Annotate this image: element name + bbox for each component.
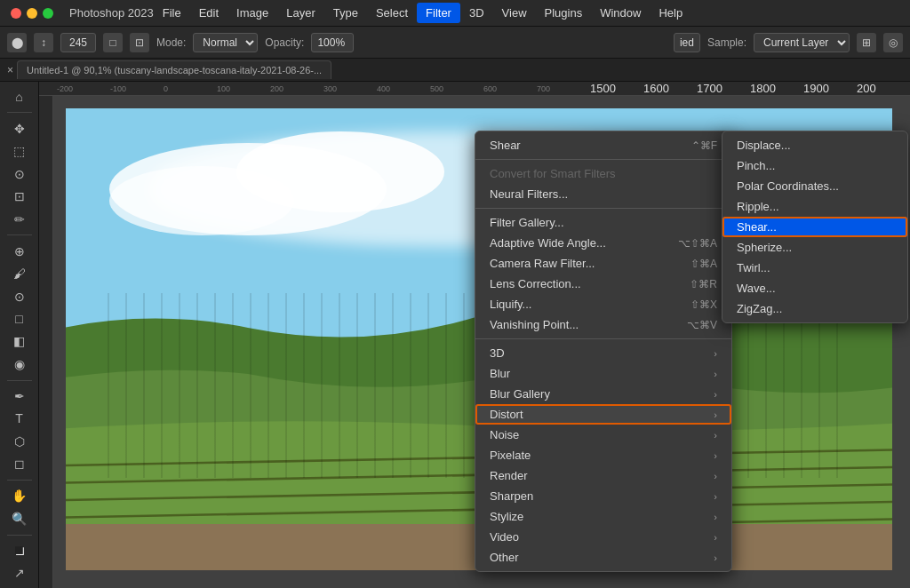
mode-select[interactable]: Normal: [193, 33, 258, 52]
distort-displace[interactable]: Displace...: [722, 135, 907, 155]
menu-layer[interactable]: Layer: [277, 3, 324, 23]
filter-blur-label: Blur: [490, 367, 510, 380]
distort-zigzag[interactable]: ZigZag...: [722, 298, 907, 319]
distort-polar[interactable]: Polar Coordinates...: [722, 176, 907, 196]
toolbar-divider-1: [7, 112, 32, 113]
distort-spherize[interactable]: Spherize...: [722, 237, 907, 258]
menu-type[interactable]: Type: [324, 3, 367, 23]
tool-move[interactable]: ✥: [5, 119, 34, 138]
filter-liquify[interactable]: Liquify... ⇧⌘X: [475, 294, 731, 314]
menu-select[interactable]: Select: [367, 3, 417, 23]
tool-extra[interactable]: ↗: [5, 564, 34, 583]
filter-pixelate[interactable]: Pixelate ›: [475, 445, 731, 465]
menu-window[interactable]: Window: [591, 3, 650, 23]
menu-file[interactable]: File: [154, 3, 190, 23]
menu-edit[interactable]: Edit: [190, 3, 228, 23]
menu-image[interactable]: Image: [228, 3, 277, 23]
filter-vanishing[interactable]: Vanishing Point... ⌥⌘V: [475, 314, 731, 335]
menu-help[interactable]: Help: [650, 3, 691, 23]
tick-r-1: 1600: [643, 82, 697, 95]
sample-icon-2: ◎: [883, 33, 903, 52]
tool-clone[interactable]: ⊙: [5, 287, 34, 306]
filter-lens-shortcut: ⇧⌘R: [690, 278, 717, 290]
toolbar-divider-3: [7, 380, 32, 381]
distort-shear-label: Shear...: [737, 220, 777, 234]
filter-blur[interactable]: Blur ›: [475, 363, 731, 384]
filter-neural-label: Neural Filters...: [490, 187, 568, 201]
filter-camera[interactable]: Camera Raw Filter... ⇧⌘A: [475, 253, 731, 274]
tool-eyedropper[interactable]: ✏: [5, 210, 34, 228]
filter-blur-gallery-arrow: ›: [714, 389, 717, 400]
foreground-color[interactable]: ■: [5, 541, 34, 560]
filter-blur-gallery[interactable]: Blur Gallery ›: [475, 384, 731, 404]
tool-gradient[interactable]: ◧: [5, 332, 34, 351]
tab-close[interactable]: ×: [7, 64, 13, 76]
filter-noise[interactable]: Noise ›: [475, 425, 731, 445]
tick-h-2: 0: [164, 84, 217, 93]
close-button[interactable]: [11, 8, 21, 19]
filter-blur-gallery-label: Blur Gallery: [490, 387, 550, 401]
brush-size-value[interactable]: 245: [60, 33, 96, 52]
filter-gallery[interactable]: Filter Gallery...: [475, 212, 731, 233]
filter-video[interactable]: Video ›: [475, 527, 731, 547]
filter-gallery-label: Filter Gallery...: [490, 216, 564, 229]
tool-eraser[interactable]: □: [5, 309, 34, 328]
menu-plugins[interactable]: Plugins: [536, 3, 592, 23]
opacity-value[interactable]: 100%: [311, 33, 354, 52]
menu-view[interactable]: View: [493, 3, 536, 23]
titlebar: Photoshop 2023 File Edit Image Layer Typ…: [0, 0, 910, 27]
tool-selection[interactable]: ⬚: [5, 142, 34, 161]
tool-brush[interactable]: 🖌: [5, 264, 34, 282]
filter-vanishing-label: Vanishing Point...: [490, 318, 579, 331]
tool-pen[interactable]: ✒: [5, 386, 34, 405]
filter-neural[interactable]: Neural Filters...: [475, 184, 731, 204]
distort-zigzag-label: ZigZag...: [737, 302, 782, 315]
menu-sep-1: [475, 159, 731, 160]
maximize-button[interactable]: [43, 8, 53, 19]
filter-3d[interactable]: 3D ›: [475, 343, 731, 363]
filter-distort[interactable]: Distort ›: [475, 404, 731, 425]
menu-3d[interactable]: 3D: [460, 3, 493, 23]
tool-heal[interactable]: ⊕: [5, 242, 34, 260]
document-tab[interactable]: Untitled-1 @ 90,1% (tuscany-landscape-to…: [17, 60, 331, 79]
tool-path[interactable]: ⬡: [5, 432, 34, 450]
tool-text[interactable]: T: [5, 409, 34, 428]
minimize-button[interactable]: [27, 8, 37, 19]
svg-point-3: [109, 166, 294, 235]
filter-sharpen[interactable]: Sharpen ›: [475, 486, 731, 506]
distort-twirl-label: Twirl...: [737, 261, 770, 274]
toolbar-divider-5: [7, 535, 32, 536]
filter-menu[interactable]: Shear ⌃⌘F Convert for Smart Filters Neur…: [475, 131, 732, 572]
filter-stylize[interactable]: Stylize ›: [475, 506, 731, 527]
tool-hand[interactable]: ✋: [5, 487, 34, 505]
tool-zoom[interactable]: 🔍: [5, 509, 34, 528]
svg-point-2: [236, 131, 444, 212]
filter-lens[interactable]: Lens Correction... ⇧⌘R: [475, 274, 731, 294]
filter-3d-arrow: ›: [714, 348, 717, 359]
filter-sharpen-label: Sharpen: [490, 489, 533, 503]
tick-r-3: 1800: [750, 82, 803, 95]
distort-shear[interactable]: Shear...: [722, 217, 907, 237]
filter-render[interactable]: Render ›: [475, 465, 731, 486]
filter-adaptive[interactable]: Adaptive Wide Angle... ⌥⇧⌘A: [475, 233, 731, 253]
distort-ripple[interactable]: Ripple...: [722, 196, 907, 217]
filter-distort-label: Distort: [490, 408, 523, 421]
distort-wave[interactable]: Wave...: [722, 278, 907, 298]
filter-shear-top[interactable]: Shear ⌃⌘F: [475, 135, 731, 155]
filter-distort-arrow: ›: [714, 409, 717, 420]
traffic-lights: [0, 8, 53, 19]
menu-filter[interactable]: Filter: [417, 3, 460, 23]
distort-submenu[interactable]: Displace... Pinch... Polar Coordinates..…: [722, 131, 908, 323]
filter-other[interactable]: Other ›: [475, 547, 731, 568]
tick-r-4: 1900: [803, 82, 857, 95]
sample-select[interactable]: Current Layer: [754, 33, 850, 52]
distort-pinch[interactable]: Pinch...: [722, 155, 907, 176]
options-extra: ied: [674, 33, 700, 52]
tab-bar: × Untitled-1 @ 90,1% (tuscany-landscape-…: [0, 59, 910, 82]
distort-twirl[interactable]: Twirl...: [722, 258, 907, 278]
tool-dodge[interactable]: ◉: [5, 354, 34, 373]
tool-lasso[interactable]: ⊙: [5, 164, 34, 183]
tool-home[interactable]: ⌂: [5, 87, 34, 106]
tool-shape[interactable]: ◻: [5, 455, 34, 473]
tool-crop[interactable]: ⊡: [5, 187, 34, 205]
